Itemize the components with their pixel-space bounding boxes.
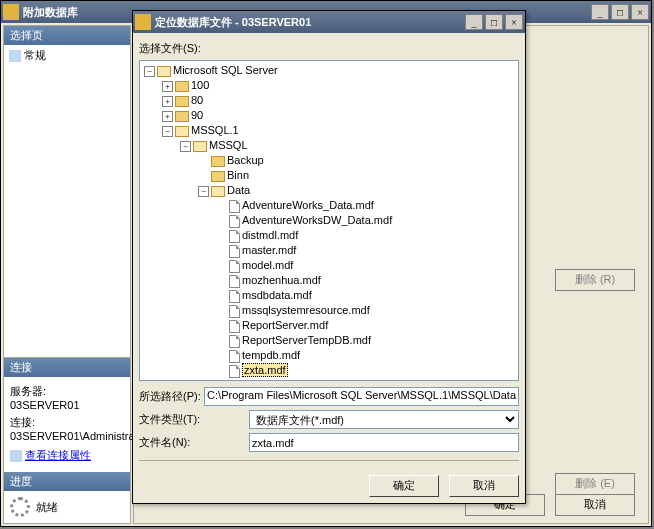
remove-button-2[interactable]: 删除 (E) xyxy=(555,473,635,495)
tree-file[interactable]: ReportServer.mdf xyxy=(242,319,328,331)
filename-input[interactable] xyxy=(249,433,519,452)
view-connection-link[interactable]: 查看连接属性 xyxy=(10,448,124,463)
dialog-icon xyxy=(135,14,151,30)
file-icon xyxy=(229,260,240,273)
dlg-maximize-button[interactable]: □ xyxy=(485,14,503,30)
page-item-general[interactable]: 常规 xyxy=(6,47,128,64)
progress-header: 进度 xyxy=(4,472,130,491)
connection-header: 连接 xyxy=(4,358,130,377)
server-label: 服务器: xyxy=(10,384,124,399)
expand-toggle[interactable]: − xyxy=(180,141,191,152)
maximize-button[interactable]: □ xyxy=(611,4,629,20)
file-icon xyxy=(229,305,240,318)
select-file-label: 选择文件(S): xyxy=(139,41,519,56)
tree-node[interactable]: MSSQL.1 xyxy=(191,124,239,136)
folder-icon xyxy=(211,186,225,197)
path-value-box[interactable]: C:\Program Files\Microsoft SQL Server\MS… xyxy=(204,387,519,406)
file-icon xyxy=(229,350,240,363)
dlg-minimize-button[interactable]: _ xyxy=(465,14,483,30)
dlg-close-button[interactable]: × xyxy=(505,14,523,30)
conn-label: 连接: xyxy=(10,415,124,430)
file-type-select[interactable]: 数据库文件(*.mdf) xyxy=(249,410,519,429)
tree-node[interactable]: Data xyxy=(227,184,250,196)
folder-icon xyxy=(175,126,189,137)
dialog-ok-button[interactable]: 确定 xyxy=(369,475,439,497)
folder-icon xyxy=(157,66,171,77)
db-icon xyxy=(3,4,19,20)
file-icon xyxy=(229,320,240,333)
tree-node[interactable]: Binn xyxy=(227,169,249,181)
expand-toggle[interactable]: + xyxy=(162,96,173,107)
tree-node[interactable]: FTData xyxy=(227,379,264,381)
spinner-icon xyxy=(10,497,30,517)
type-label: 文件类型(T): xyxy=(139,412,249,427)
separator xyxy=(139,460,519,461)
file-icon xyxy=(229,365,240,378)
dialog-cancel-button[interactable]: 取消 xyxy=(449,475,519,497)
tree-file[interactable]: mssqlsystemresource.mdf xyxy=(242,304,370,316)
left-nav-pane: 选择页 常规 连接 服务器: 03SERVER01 连接: 03SERVER01… xyxy=(3,25,131,524)
tree-file[interactable]: msdbdata.mdf xyxy=(242,289,312,301)
file-icon xyxy=(229,230,240,243)
file-icon xyxy=(229,215,240,228)
page-label: 常规 xyxy=(24,48,46,63)
file-icon xyxy=(229,200,240,213)
tree-file[interactable]: AdventureWorks_Data.mdf xyxy=(242,199,374,211)
progress-status: 就绪 xyxy=(36,500,58,515)
tree-node[interactable]: 80 xyxy=(191,94,203,106)
remove-button-1[interactable]: 删除 (R) xyxy=(555,269,635,291)
conn-props-icon xyxy=(10,450,22,462)
folder-icon xyxy=(175,96,189,107)
tree-file[interactable]: ReportServerTempDB.mdf xyxy=(242,334,371,346)
folder-icon xyxy=(211,171,225,182)
locate-file-dialog: 定位数据库文件 - 03SERVER01 _ □ × 选择文件(S): −Mic… xyxy=(132,10,526,504)
expand-toggle[interactable]: − xyxy=(162,126,173,137)
parent-cancel-button[interactable]: 取消 xyxy=(555,494,635,516)
select-page-header: 选择页 xyxy=(4,26,130,45)
expand-toggle[interactable]: − xyxy=(144,66,155,77)
tree-node[interactable]: 90 xyxy=(191,109,203,121)
folder-icon xyxy=(175,111,189,122)
tree-file[interactable]: tempdb.mdf xyxy=(242,349,300,361)
dialog-title: 定位数据库文件 - 03SERVER01 xyxy=(155,15,465,30)
tree-node[interactable]: Backup xyxy=(227,154,264,166)
tree-node[interactable]: MSSQL xyxy=(209,139,248,151)
tree-file[interactable]: mozhenhua.mdf xyxy=(242,274,321,286)
view-connection-text: 查看连接属性 xyxy=(25,448,91,463)
folder-icon xyxy=(175,81,189,92)
tree-file[interactable]: model.mdf xyxy=(242,259,293,271)
server-value: 03SERVER01 xyxy=(10,399,124,411)
folder-icon xyxy=(211,156,225,167)
file-icon xyxy=(229,245,240,258)
tree-file[interactable]: master.mdf xyxy=(242,244,296,256)
tree-file-selected[interactable]: zxta.mdf xyxy=(242,363,288,377)
tree-file[interactable]: distmdl.mdf xyxy=(242,229,298,241)
file-icon xyxy=(229,335,240,348)
conn-value: 03SERVER01\Administrator xyxy=(10,430,124,442)
file-icon xyxy=(229,290,240,303)
expand-toggle[interactable]: + xyxy=(162,81,173,92)
file-icon xyxy=(229,275,240,288)
tree-file[interactable]: AdventureWorksDW_Data.mdf xyxy=(242,214,392,226)
filename-label: 文件名(N): xyxy=(139,435,249,450)
file-tree[interactable]: −Microsoft SQL Server +100 +80 +90 −MSSQ… xyxy=(139,60,519,381)
folder-icon xyxy=(193,141,207,152)
close-button[interactable]: × xyxy=(631,4,649,20)
expand-toggle[interactable]: + xyxy=(162,111,173,122)
dialog-titlebar[interactable]: 定位数据库文件 - 03SERVER01 _ □ × xyxy=(133,11,525,33)
path-label: 所选路径(P): xyxy=(139,389,204,404)
minimize-button[interactable]: _ xyxy=(591,4,609,20)
tree-node[interactable]: 100 xyxy=(191,79,209,91)
expand-toggle[interactable]: − xyxy=(198,186,209,197)
tree-node[interactable]: Microsoft SQL Server xyxy=(173,64,278,76)
page-icon xyxy=(9,50,21,62)
